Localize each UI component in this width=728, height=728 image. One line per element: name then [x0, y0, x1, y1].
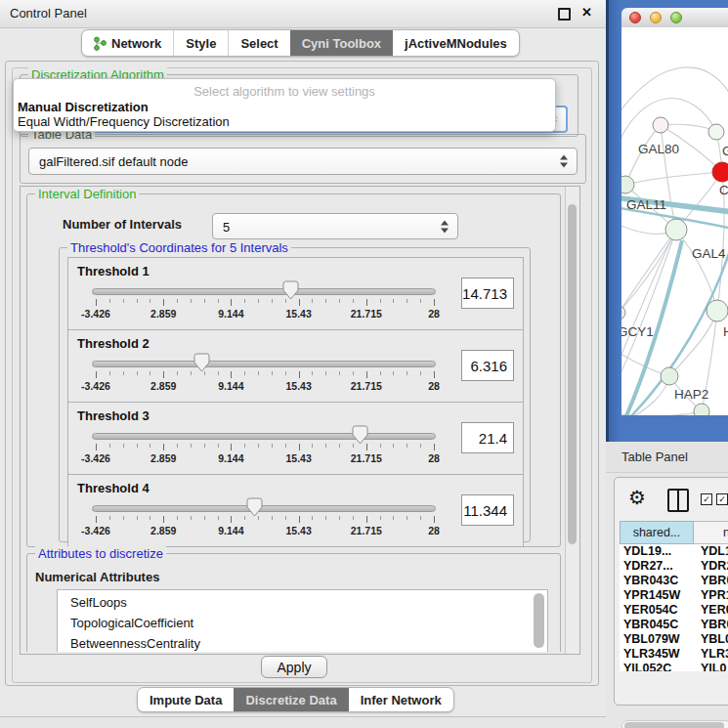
threshold-value-field[interactable]: 21.4	[461, 422, 514, 453]
network-canvas[interactable]: GAL80GCGAL11GAL4GCY1HHAP2	[621, 27, 728, 415]
slider-tick	[312, 444, 313, 448]
vertical-scrollbar[interactable]	[565, 187, 579, 654]
slider-track[interactable]	[92, 433, 436, 440]
table-row[interactable]: YBR043CYBR0	[620, 574, 728, 588]
close-traffic-light-icon[interactable]	[629, 12, 641, 23]
slider-tick	[177, 516, 178, 520]
slider-tick	[312, 371, 313, 375]
slider-track[interactable]	[92, 361, 436, 367]
float-window-icon[interactable]	[558, 8, 571, 21]
slider-tick	[258, 371, 259, 375]
slider-tick	[353, 444, 354, 448]
slider-thumb[interactable]	[193, 353, 210, 372]
network-node[interactable]	[712, 162, 728, 182]
slider-tick	[244, 516, 245, 520]
slider-thumb[interactable]	[352, 425, 368, 445]
slider-track[interactable]	[92, 288, 436, 295]
slider-tick	[366, 444, 367, 450]
scrollbar-thumb[interactable]	[624, 722, 724, 728]
dropdown-item-manual-discretization[interactable]: Manual Discretization	[18, 100, 149, 114]
table-cell: YDR2	[694, 559, 728, 574]
table-row[interactable]: YER054CYER0	[620, 603, 728, 618]
cyni-mode-tabs: Impute Data Discretize Data Infer Networ…	[137, 687, 454, 712]
slider-tick	[299, 516, 300, 523]
table-cell: YDR27...	[620, 559, 694, 574]
close-icon[interactable]: ✕	[581, 5, 592, 20]
network-node[interactable]	[665, 219, 687, 240]
network-node[interactable]	[653, 117, 668, 133]
slider-tick	[123, 299, 124, 303]
list-scrollbar[interactable]	[534, 593, 544, 648]
slider-tick-label: 2.859	[150, 452, 176, 464]
slider-tick	[353, 299, 354, 303]
slider-tick	[325, 516, 326, 520]
network-node[interactable]	[707, 300, 728, 321]
list-item[interactable]: BetweennessCentrality	[58, 633, 547, 652]
threshold-panel-3: Threshold 3-3.4262.8599.14415.4321.71528…	[67, 402, 524, 475]
scrollbar-thumb[interactable]	[568, 204, 577, 544]
slider-tick	[434, 444, 435, 450]
network-node-label: H	[723, 324, 728, 339]
network-node-label: C	[719, 183, 728, 197]
slider-thumb[interactable]	[282, 280, 299, 300]
threshold-value-field[interactable]: 11.344	[461, 494, 514, 526]
tab-cyni-toolbox[interactable]: Cyni Toolbox	[290, 30, 393, 56]
group-title: Interval Definition	[35, 187, 139, 201]
checkbox-icon[interactable]: ✓	[701, 493, 712, 505]
numerical-attributes-list[interactable]: SelfLoopsTopologicalCoefficientBetweenne…	[57, 589, 548, 652]
slider-tick	[218, 516, 219, 520]
slider-thumb[interactable]	[246, 497, 263, 517]
list-item[interactable]: TopologicalCoefficient	[58, 613, 547, 633]
table-cell: YIL0	[694, 662, 728, 671]
network-window-titlebar[interactable]	[621, 8, 728, 28]
table-row[interactable]: YBR045CYBR0	[620, 618, 728, 632]
column-header-shared-name[interactable]: shared...	[620, 521, 694, 544]
tab-impute-data[interactable]: Impute Data	[138, 688, 234, 711]
table-row[interactable]: YBL079WYBL0	[620, 632, 728, 647]
tab-jactivemnodules[interactable]: jActiveMNodules	[393, 30, 519, 56]
tab-discretize-data[interactable]: Discretize Data	[234, 688, 348, 711]
slider-tick	[191, 299, 192, 303]
table-row[interactable]: YIL052CYIL0	[620, 662, 728, 671]
gear-icon[interactable]: ⚙	[628, 486, 646, 509]
slider-tick	[299, 299, 300, 306]
network-node[interactable]	[621, 176, 634, 193]
node-table: shared... na YDL19...YDL1YDR27...YDR2YBR…	[620, 521, 728, 671]
list-item[interactable]: SelfLoops	[58, 592, 547, 613]
network-node-label: GAL11	[626, 197, 666, 212]
slider-tick-label: 15.43	[285, 452, 311, 464]
tab-style[interactable]: Style	[173, 30, 228, 56]
table-data-combo[interactable]: galFiltered.sif default node	[28, 148, 578, 175]
network-node[interactable]	[708, 124, 724, 140]
network-node[interactable]	[694, 404, 709, 415]
apply-button[interactable]: Apply	[261, 656, 327, 678]
table-row[interactable]: YDR27...YDR2	[620, 559, 728, 574]
slider-tick-label: 28	[428, 525, 440, 536]
threshold-value-field[interactable]: 14.713	[461, 278, 514, 309]
tab-network[interactable]: Network	[82, 30, 173, 56]
table-panel-titlebar[interactable]: Table Panel	[606, 442, 728, 473]
slider-tick	[96, 371, 97, 378]
control-panel-titlebar[interactable]: Control Panel ✕	[0, 0, 606, 28]
slider-tick	[339, 516, 340, 520]
threshold-value-field[interactable]: 6.316	[461, 350, 514, 381]
table-row[interactable]: YPR145WYPR1	[620, 588, 728, 603]
threshold-panel-4: Threshold 4-3.4262.8599.14415.4321.71528…	[67, 474, 524, 547]
table-row[interactable]: YDL19...YDL1	[620, 544, 728, 559]
split-columns-icon[interactable]	[667, 489, 689, 512]
network-node[interactable]	[621, 306, 625, 320]
dropdown-item-equal-width-frequency[interactable]: Equal Width/Frequency Discretization	[18, 114, 230, 129]
slider-tick	[109, 444, 110, 448]
checkbox-icon[interactable]: ✓	[716, 493, 728, 505]
slider-track[interactable]	[92, 505, 436, 512]
slider-tick	[177, 371, 178, 375]
column-header-name[interactable]: na	[694, 521, 728, 544]
table-row[interactable]: YLR345WYLR3	[620, 647, 728, 662]
num-intervals-combo[interactable]: 5	[212, 213, 458, 239]
zoom-traffic-light-icon[interactable]	[670, 12, 682, 23]
minimize-traffic-light-icon[interactable]	[650, 12, 662, 23]
network-node[interactable]	[661, 367, 678, 385]
tab-select[interactable]: Select	[228, 30, 289, 56]
horizontal-scrollbar[interactable]	[621, 720, 728, 728]
tab-infer-network[interactable]: Infer Network	[349, 688, 453, 711]
